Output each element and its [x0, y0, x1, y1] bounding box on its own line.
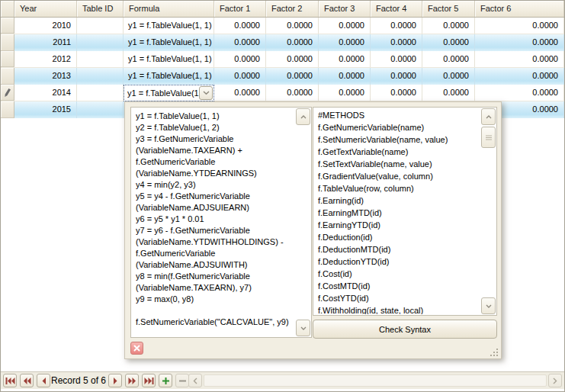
- prev-page-button[interactable]: [20, 374, 34, 387]
- first-record-button[interactable]: [3, 374, 17, 387]
- method-item[interactable]: f.GetNumericVariable(name): [314, 121, 480, 133]
- row-indicator[interactable]: [1, 51, 14, 67]
- year-cell[interactable]: 2015: [14, 101, 77, 118]
- year-cell[interactable]: 2010: [14, 18, 77, 34]
- table-id-cell[interactable]: [77, 34, 124, 51]
- scroll-down-button[interactable]: [296, 320, 310, 336]
- formula-cell[interactable]: y1 = f.TableValue(1, 1): [124, 34, 214, 51]
- factor-cell[interactable]: 0.0000: [475, 68, 564, 85]
- delete-record-button[interactable]: [175, 374, 189, 387]
- column-header-factor-5[interactable]: Factor 5: [422, 1, 475, 17]
- factor-cell[interactable]: 0.0000: [319, 18, 371, 34]
- prev-record-button[interactable]: [37, 374, 50, 387]
- formula-cell[interactable]: y1 = f.TableValue(1, 1): [124, 51, 214, 67]
- formula-scrollbar[interactable]: [296, 108, 310, 336]
- factor-cell[interactable]: 0.0000: [422, 85, 475, 101]
- method-item[interactable]: f.Withholding(id, state, local): [314, 304, 480, 314]
- factor-cell[interactable]: 0.0000: [319, 85, 371, 101]
- method-item[interactable]: f.GradientValue(value, column): [314, 170, 480, 182]
- formula-textarea[interactable]: y1 = f.TableValue(1, 1) y2 = f.TableValu…: [130, 107, 312, 338]
- methods-scrollbar[interactable]: [481, 108, 496, 314]
- factor-cell[interactable]: 0.0000: [422, 34, 475, 51]
- scrollbar-thumb[interactable]: [481, 127, 496, 148]
- column-header-year[interactable]: Year: [14, 1, 77, 17]
- column-header-factor-1[interactable]: Factor 1: [214, 1, 266, 17]
- year-cell[interactable]: 2012: [14, 51, 77, 67]
- close-button[interactable]: [130, 342, 143, 355]
- table-id-cell[interactable]: [77, 101, 124, 118]
- row-indicator[interactable]: [1, 101, 14, 118]
- row-indicator-editing[interactable]: [1, 85, 14, 101]
- factor-cell[interactable]: 0.0000: [475, 51, 564, 67]
- table-id-cell[interactable]: [77, 51, 124, 67]
- method-item[interactable]: f.Deduction(id): [314, 231, 480, 243]
- method-item[interactable]: f.GetTextVariable(name): [314, 146, 480, 158]
- factor-cell[interactable]: 0.0000: [214, 18, 266, 34]
- year-cell[interactable]: 2011: [14, 34, 77, 51]
- factor-cell[interactable]: 0.0000: [266, 34, 319, 51]
- factor-cell[interactable]: 0.0000: [371, 68, 422, 85]
- method-item[interactable]: f.SetTextVariable(name, value): [314, 158, 480, 170]
- formula-editor-value[interactable]: y1 = f.TableValue(1,: [124, 85, 199, 101]
- method-item[interactable]: f.TableValue(row, column): [314, 182, 480, 194]
- table-id-cell[interactable]: [77, 68, 124, 85]
- formula-text[interactable]: y1 = f.TableValue(1, 1) y2 = f.TableValu…: [136, 111, 294, 335]
- horizontal-scrollbar-track[interactable]: [204, 374, 547, 387]
- method-item[interactable]: #METHODS: [314, 109, 480, 121]
- method-item[interactable]: f.Cost(id): [314, 268, 480, 280]
- year-cell[interactable]: 2014: [14, 85, 77, 101]
- column-header-factor-6[interactable]: Factor 6: [475, 1, 564, 17]
- factor-cell[interactable]: 0.0000: [475, 85, 564, 101]
- scroll-right-button[interactable]: [548, 374, 562, 387]
- dropdown-button[interactable]: [199, 86, 213, 100]
- year-cell[interactable]: 2013: [14, 68, 77, 85]
- factor-cell[interactable]: 0.0000: [422, 51, 475, 67]
- method-item[interactable]: f.DeductionMTD(id): [314, 243, 480, 255]
- factor-cell[interactable]: 0.0000: [266, 51, 319, 67]
- formula-cell[interactable]: y1 = f.TableValue(1, 1): [124, 68, 214, 85]
- factor-cell[interactable]: 0.0000: [214, 85, 266, 101]
- scroll-up-button[interactable]: [481, 108, 496, 125]
- factor-cell[interactable]: 0.0000: [371, 85, 422, 101]
- row-indicator[interactable]: [1, 68, 14, 85]
- next-page-button[interactable]: [125, 374, 139, 387]
- factor-cell[interactable]: 0.0000: [266, 18, 319, 34]
- table-id-cell[interactable]: [77, 85, 124, 101]
- factor-cell[interactable]: 0.0000: [475, 34, 564, 51]
- scroll-up-button[interactable]: [296, 108, 310, 125]
- factor-cell[interactable]: 0.0000: [266, 85, 319, 101]
- method-item[interactable]: f.SetNumericVariable(name, value): [314, 133, 480, 146]
- factor-cell[interactable]: 0.0000: [319, 34, 371, 51]
- last-record-button[interactable]: [142, 374, 156, 387]
- factor-cell[interactable]: 0.0000: [475, 18, 564, 34]
- scroll-down-button[interactable]: [481, 297, 496, 314]
- row-indicator[interactable]: [1, 34, 14, 51]
- factor-cell[interactable]: 0.0000: [422, 18, 475, 34]
- factor-cell[interactable]: 0.0000: [371, 51, 422, 67]
- scroll-left-button[interactable]: [188, 374, 202, 387]
- method-item[interactable]: f.CostYTD(id): [314, 292, 480, 304]
- add-record-button[interactable]: [159, 374, 172, 387]
- column-header-factor-3[interactable]: Factor 3: [319, 1, 371, 17]
- column-header-factor-2[interactable]: Factor 2: [266, 1, 319, 17]
- method-item[interactable]: f.DeductionYTD(id): [314, 255, 480, 268]
- factor-cell[interactable]: 0.0000: [422, 68, 475, 85]
- factor-cell[interactable]: 0.0000: [319, 51, 371, 67]
- method-item[interactable]: f.EarningMTD(id): [314, 207, 480, 219]
- factor-cell[interactable]: 0.0000: [319, 68, 371, 85]
- method-item[interactable]: f.EarningYTD(id): [314, 219, 480, 231]
- next-record-button[interactable]: [108, 374, 122, 387]
- column-header-table-id[interactable]: Table ID: [77, 1, 124, 17]
- factor-cell[interactable]: 0.0000: [266, 68, 319, 85]
- formula-edit-cell[interactable]: y1 = f.TableValue(1,: [124, 85, 214, 101]
- column-header-factor-4[interactable]: Factor 4: [371, 1, 422, 17]
- factor-cell[interactable]: 0.0000: [214, 68, 266, 85]
- method-item[interactable]: f.Earning(id): [314, 194, 480, 207]
- check-syntax-button[interactable]: Check Syntax: [313, 320, 497, 339]
- formula-cell[interactable]: y1 = f.TableValue(1, 1): [124, 18, 214, 34]
- factor-cell[interactable]: 0.0000: [371, 18, 422, 34]
- factor-cell[interactable]: 0.0000: [214, 51, 266, 67]
- method-item[interactable]: f.CostMTD(id): [314, 280, 480, 292]
- column-header-formula[interactable]: Formula: [124, 1, 214, 17]
- row-indicator[interactable]: [1, 18, 14, 34]
